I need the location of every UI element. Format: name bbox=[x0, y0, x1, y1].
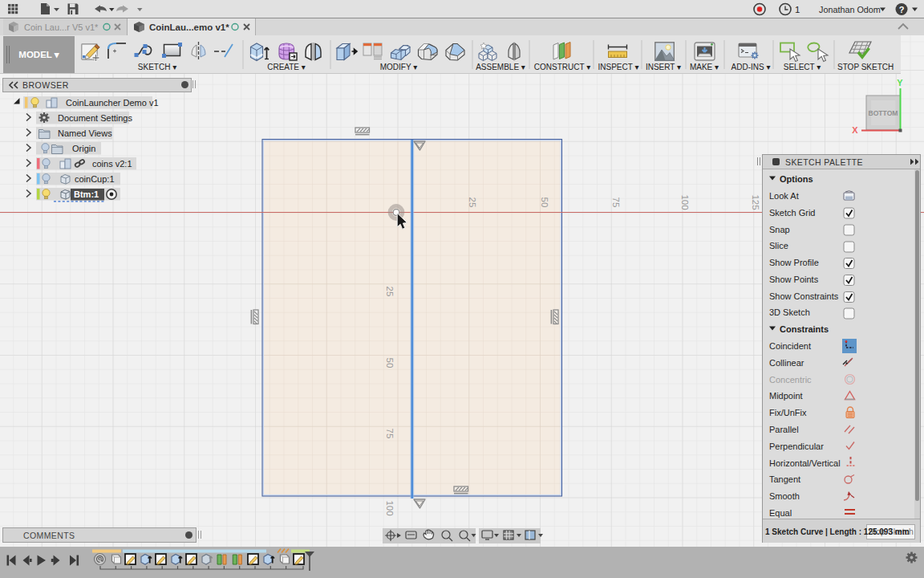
svg-text:CoinLau...emo v1*: CoinLau...emo v1* bbox=[149, 22, 229, 32]
svg-text:Fix/UnFix: Fix/UnFix bbox=[769, 408, 807, 417]
svg-text:25: 25 bbox=[468, 197, 477, 208]
svg-text:25: 25 bbox=[385, 287, 395, 297]
svg-text:3D Sketch: 3D Sketch bbox=[769, 307, 810, 317]
svg-text:Collinear: Collinear bbox=[769, 358, 804, 368]
svg-text:Horizontal/Vertical: Horizontal/Vertical bbox=[769, 458, 841, 468]
svg-text:50: 50 bbox=[385, 358, 395, 368]
svg-text:Coincident: Coincident bbox=[769, 341, 811, 351]
svg-text:Midpoint: Midpoint bbox=[769, 391, 803, 401]
svg-text:Show Profile: Show Profile bbox=[769, 258, 819, 267]
svg-text:75: 75 bbox=[611, 197, 621, 208]
svg-text:Options: Options bbox=[780, 174, 813, 184]
svg-text:Show Points: Show Points bbox=[769, 275, 819, 284]
svg-text:coins v2:1: coins v2:1 bbox=[92, 159, 132, 169]
svg-text:125: 125 bbox=[751, 194, 760, 210]
svg-text:75: 75 bbox=[385, 429, 395, 439]
svg-text:Parallel: Parallel bbox=[769, 425, 799, 434]
svg-text:1: 1 bbox=[795, 5, 800, 14]
svg-text:Document Settings: Document Settings bbox=[58, 113, 132, 123]
svg-text:100: 100 bbox=[680, 194, 690, 210]
svg-text:Equal: Equal bbox=[769, 508, 792, 518]
svg-text:CoinLauncher Demo v1: CoinLauncher Demo v1 bbox=[66, 98, 159, 108]
svg-text:Constraints: Constraints bbox=[780, 324, 829, 334]
svg-text:Tangent: Tangent bbox=[769, 474, 800, 484]
svg-text:50: 50 bbox=[540, 197, 549, 208]
svg-text:Smooth: Smooth bbox=[769, 491, 800, 501]
svg-text:Named Views: Named Views bbox=[58, 128, 112, 138]
svg-text:Origin: Origin bbox=[72, 144, 95, 153]
svg-text:Y: Y bbox=[897, 78, 903, 88]
svg-text:Jonathan Odom: Jonathan Odom bbox=[819, 5, 881, 14]
svg-text:Concentric: Concentric bbox=[769, 375, 812, 385]
svg-text:Show Constraints: Show Constraints bbox=[769, 291, 839, 301]
svg-text:Snap: Snap bbox=[769, 225, 790, 234]
svg-text:X: X bbox=[852, 125, 858, 135]
svg-text:Sketch Grid: Sketch Grid bbox=[769, 208, 815, 218]
svg-text:Btm:1: Btm:1 bbox=[74, 189, 99, 199]
svg-text:BOTTOM: BOTTOM bbox=[868, 109, 898, 117]
svg-text:Coin Lau...r V5 v1*: Coin Lau...r V5 v1* bbox=[24, 22, 99, 32]
svg-text:Perpendicular: Perpendicular bbox=[769, 442, 824, 451]
svg-text:100: 100 bbox=[385, 500, 395, 515]
svg-text:coinCup:1: coinCup:1 bbox=[75, 174, 115, 184]
svg-text:Look At: Look At bbox=[769, 191, 799, 201]
svg-text:?: ? bbox=[899, 5, 905, 14]
svg-text:Slice: Slice bbox=[769, 241, 788, 250]
